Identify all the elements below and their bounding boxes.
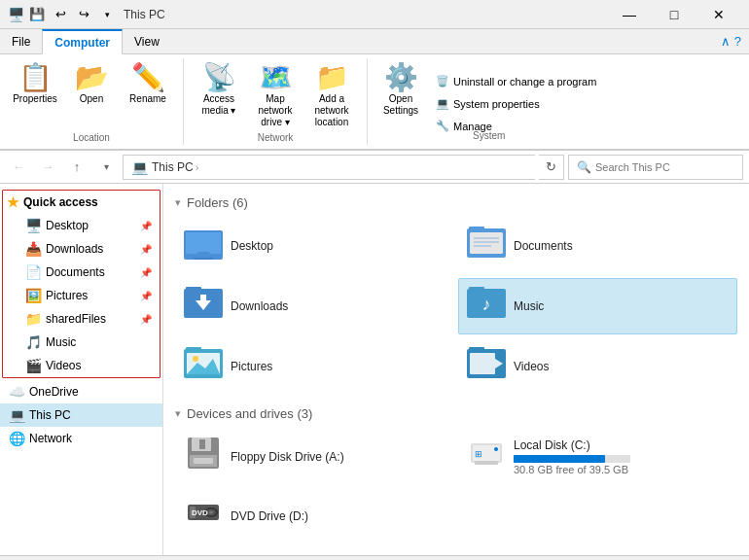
device-item-floppy[interactable]: Floppy Disk Drive (A:) [175,429,454,484]
system-properties-button[interactable]: 💻 System properties [430,93,602,115]
refresh-button[interactable]: ↻ [539,155,564,180]
svg-text:DVD: DVD [192,508,208,517]
open-button[interactable]: 📂 Open [64,62,119,121]
folder-item-music[interactable]: ♪ Music [458,278,737,334]
sidebar-item-music[interactable]: 🎵 Music [3,331,160,354]
svg-rect-28 [199,439,205,449]
folders-grid: Desktop Documents [175,218,737,395]
title-bar-controls: — □ ✕ [607,0,741,29]
location-buttons: 📋 Properties 📂 Open ✏️ Rename [8,58,175,130]
desktop-label: Desktop [46,219,136,232]
address-bar: ← → ↑ ▾ 💻 This PC › ↻ 🔍 [0,151,749,184]
title-bar-left: 🖥️ 💾 ↩ ↪ ▾ This PC [8,4,165,25]
add-location-label: Add a networklocation [306,93,357,128]
sharedfiles-icon: 📁 [24,311,42,327]
devices-row-1: Floppy Disk Drive (A:) ⊞ Local Disk (C:) [175,429,737,484]
folder-item-downloads[interactable]: Downloads [175,278,454,334]
dvd-icon: DVD [184,495,223,537]
rename-label: Rename [129,93,166,105]
pictures-label: Pictures [46,289,136,302]
ribbon: File Computer View ∧ ? 📋 Properties 📂 Op… [0,29,749,151]
rename-button[interactable]: ✏️ Rename [121,62,175,121]
ribbon-group-network: 📡 Accessmedia ▾ 🗺️ Map networkdrive ▾ 📁 … [184,58,368,145]
system-props-label: System properties [453,98,540,110]
rename-icon: ✏️ [131,64,165,91]
qat-undo-btn[interactable]: ↩ [50,4,71,25]
maximize-button[interactable]: □ [652,0,696,29]
documents-label: Documents [46,265,136,279]
system-group-label: System [368,128,610,143]
minimize-button[interactable]: — [607,0,652,29]
quick-access-section: ★ Quick access 🖥️ Desktop 📌 📥 Downloads … [2,190,160,378]
floppy-name: Floppy Disk Drive (A:) [231,450,446,464]
tab-view[interactable]: View [123,29,171,54]
sidebar-item-sharedfiles[interactable]: 📁 sharedFiles 📌 [3,307,160,331]
open-label: Open [80,93,103,105]
folder-item-pictures[interactable]: Pictures [175,338,454,395]
close-button[interactable]: ✕ [696,0,741,29]
search-box[interactable]: 🔍 [568,155,743,180]
sidebar-item-desktop[interactable]: 🖥️ Desktop 📌 [3,214,160,237]
qat-dropdown-btn[interactable]: ▾ [96,4,118,25]
map-network-drive-button[interactable]: 🗺️ Map networkdrive ▾ [248,62,303,130]
onedrive-label: OneDrive [29,385,155,399]
sidebar-item-network[interactable]: 🌐 Network [0,427,162,450]
search-icon: 🔍 [577,160,591,174]
folder-item-videos[interactable]: Videos [458,338,737,395]
videos-label: Videos [46,359,152,372]
folders-section-header[interactable]: ▾ Folders (6) [175,195,737,210]
device-item-local-c[interactable]: ⊞ Local Disk (C:) 30.8 GB free of 39.5 G… [458,429,737,484]
devices-chevron-icon: ▾ [175,407,181,420]
downloads-icon: 📥 [24,241,42,257]
uninstall-button[interactable]: 🗑️ Uninstall or change a program [430,71,602,92]
sidebar-item-onedrive[interactable]: ☁️ OneDrive [0,380,162,403]
local-disk-name: Local Disk (C:) [514,438,729,452]
open-settings-button[interactable]: ⚙️ OpenSettings [375,62,426,121]
folders-header-label: Folders (6) [187,195,248,210]
breadcrumb-item: This PC [152,160,194,174]
svg-marker-2 [196,252,211,258]
device-item-dvd[interactable]: DVD DVD Drive (D:) [175,488,447,543]
qat-save-btn[interactable]: 💾 [26,4,48,25]
pictures-icon: 🖼️ [24,288,42,303]
dvd-info: DVD Drive (D:) [231,509,439,523]
uninstall-icon: 🗑️ [436,75,449,88]
onedrive-icon: ☁️ [8,384,25,400]
tab-computer[interactable]: Computer [42,29,123,54]
sidebar-item-documents[interactable]: 📄 Documents 📌 [3,261,160,284]
address-input[interactable]: 💻 This PC › [123,155,535,180]
downloads-pin-icon: 📌 [140,244,152,255]
properties-button[interactable]: 📋 Properties [8,62,62,121]
folder-item-documents[interactable]: Documents [458,218,737,274]
folder-pictures-label: Pictures [231,360,272,373]
up-button[interactable]: ↑ [64,155,89,180]
help-btn[interactable]: ? [734,34,741,49]
tab-file[interactable]: File [0,29,42,54]
devices-header-label: Devices and drives (3) [187,406,312,421]
access-media-button[interactable]: 📡 Accessmedia ▾ [192,62,246,121]
forward-button[interactable]: → [35,155,60,180]
ribbon-tabs: File Computer View ∧ ? [0,29,749,54]
devices-row-2: DVD DVD Drive (D:) [175,488,737,543]
add-network-location-button[interactable]: 📁 Add a networklocation [304,62,359,130]
music-label: Music [46,335,152,349]
network-buttons: 📡 Accessmedia ▾ 🗺️ Map networkdrive ▾ 📁 … [192,58,359,130]
svg-point-20 [193,356,198,362]
network-label: Network [29,432,155,445]
recent-locations-button[interactable]: ▾ [93,155,119,180]
svg-rect-30 [194,458,213,464]
sidebar-item-videos[interactable]: 🎬 Videos [3,354,160,377]
search-input[interactable] [595,161,734,173]
sidebar-item-pictures[interactable]: 🖼️ Pictures 📌 [3,284,160,307]
sidebar-item-downloads[interactable]: 📥 Downloads 📌 [3,237,160,261]
folder-item-desktop[interactable]: Desktop [175,218,454,274]
network-group-label: Network [192,130,359,145]
location-group-label: Location [8,130,175,145]
back-button[interactable]: ← [6,155,31,180]
quick-access-header[interactable]: ★ Quick access [3,191,160,214]
ribbon-collapse-btn[interactable]: ∧ [721,34,731,49]
sidebar-item-this-pc[interactable]: 💻 This PC [0,403,162,427]
qat-redo-btn[interactable]: ↪ [73,4,94,25]
devices-section-header[interactable]: ▾ Devices and drives (3) [175,406,737,421]
folder-downloads-icon [184,285,223,328]
